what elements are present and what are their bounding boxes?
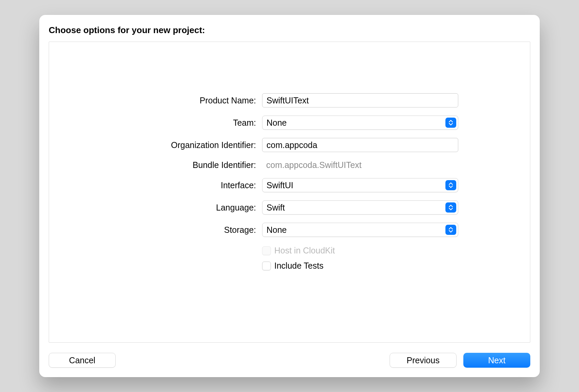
team-popup[interactable]: None — [262, 116, 458, 130]
updown-chevron-icon — [445, 225, 456, 235]
interface-popup[interactable]: SwiftUI — [262, 178, 458, 192]
form-grid: Product Name: Team: None Organization Id… — [121, 93, 458, 271]
org-identifier-label: Organization Identifier: — [121, 140, 256, 150]
previous-button[interactable]: Previous — [390, 353, 457, 368]
host-cloudkit-checkbox — [262, 246, 271, 255]
next-button[interactable]: Next — [463, 353, 530, 368]
dialog-heading: Choose options for your new project: — [49, 25, 530, 35]
storage-label: Storage: — [121, 225, 256, 235]
include-tests-row: Include Tests — [262, 261, 458, 271]
checkbox-group: Host in CloudKit Include Tests — [262, 245, 458, 271]
include-tests-checkbox[interactable] — [262, 262, 271, 270]
new-project-options-dialog: Choose options for your new project: Pro… — [39, 15, 540, 377]
form-panel: Product Name: Team: None Organization Id… — [49, 42, 530, 343]
interface-popup-value: SwiftUI — [267, 180, 293, 190]
dialog-footer: Cancel Previous Next — [49, 353, 530, 368]
storage-popup[interactable]: None — [262, 223, 458, 237]
product-name-input[interactable] — [262, 93, 458, 107]
org-identifier-input[interactable] — [262, 138, 458, 152]
cancel-button[interactable]: Cancel — [49, 353, 116, 368]
bundle-identifier-value: com.appcoda.SwiftUIText — [262, 160, 458, 170]
updown-chevron-icon — [445, 118, 456, 128]
team-label: Team: — [121, 118, 256, 128]
storage-popup-value: None — [267, 225, 287, 235]
updown-chevron-icon — [445, 180, 456, 190]
interface-label: Interface: — [121, 180, 256, 190]
team-popup-value: None — [267, 118, 287, 128]
language-label: Language: — [121, 203, 256, 213]
language-popup[interactable]: Swift — [262, 200, 458, 215]
updown-chevron-icon — [445, 202, 456, 213]
include-tests-label: Include Tests — [274, 261, 323, 271]
language-popup-value: Swift — [267, 203, 285, 213]
bundle-identifier-label: Bundle Identifier: — [121, 160, 256, 170]
host-cloudkit-row: Host in CloudKit — [262, 246, 458, 255]
host-cloudkit-label: Host in CloudKit — [274, 246, 335, 255]
product-name-label: Product Name: — [121, 96, 256, 105]
